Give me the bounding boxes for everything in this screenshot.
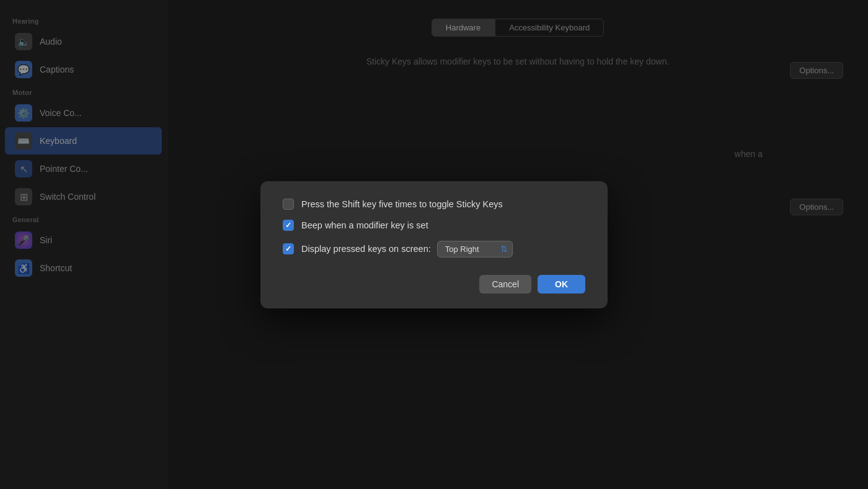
ok-button[interactable]: OK (538, 275, 585, 294)
checkbox-display-keys[interactable] (283, 243, 294, 254)
modal-dialog: Press the Shift key five times to toggle… (260, 181, 608, 308)
dropdown-wrapper: Display pressed keys on screen: Top Left… (301, 241, 513, 258)
position-dropdown[interactable]: Top Left Top Right Bottom Left Bottom Ri… (437, 241, 513, 258)
checkbox-beep-label: Beep when a modifier key is set (301, 220, 428, 230)
checkbox-display-keys-label: Display pressed keys on screen: (301, 244, 431, 254)
dialog-buttons: Cancel OK (283, 275, 585, 294)
cancel-button[interactable]: Cancel (479, 275, 531, 294)
checkbox-row-3: Display pressed keys on screen: Top Left… (283, 241, 585, 258)
position-dropdown-container: Top Left Top Right Bottom Left Bottom Ri… (437, 241, 513, 258)
modal-overlay: Press the Shift key five times to toggle… (0, 0, 868, 489)
checkbox-sticky-keys-label: Press the Shift key five times to toggle… (301, 199, 503, 209)
checkbox-sticky-keys-toggle[interactable] (283, 199, 294, 210)
checkbox-row-2: Beep when a modifier key is set (283, 220, 585, 231)
checkbox-beep[interactable] (283, 220, 294, 231)
checkbox-row-1: Press the Shift key five times to toggle… (283, 199, 585, 210)
